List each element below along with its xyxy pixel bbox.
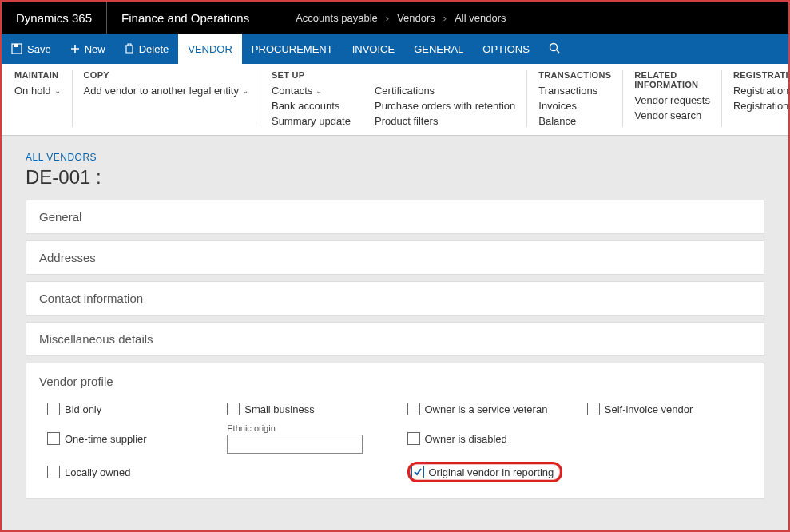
action-bar: Save New Delete VENDOR PROCUREMENT INVOI… — [2, 34, 788, 64]
registration-ids-link[interactable]: Registration IDs — [733, 85, 790, 97]
one-time-supplier-label: One-time supplier — [65, 433, 147, 445]
contacts-label: Contacts — [272, 85, 312, 97]
new-label: New — [85, 43, 105, 55]
breadcrumb-item[interactable]: Vendors — [397, 12, 435, 24]
ribbon-group-title: TRANSACTIONS — [538, 70, 611, 80]
owner-veteran-checkbox[interactable]: Owner is a service veteran — [407, 403, 571, 415]
ribbon-group-maintain: MAINTAIN On hold ⌄ — [14, 70, 72, 127]
chevron-right-icon: › — [443, 12, 447, 24]
save-button[interactable]: Save — [2, 34, 61, 64]
ethnic-origin-input[interactable] — [227, 435, 363, 454]
ethnic-origin-field: Ethnic origin — [227, 423, 391, 454]
ribbon-group-transactions: TRANSACTIONS Transactions Invoices Balan… — [526, 70, 622, 127]
transactions-link[interactable]: Transactions — [538, 85, 597, 97]
topbar: Dynamics 365 Finance and Operations Acco… — [2, 2, 788, 34]
checkbox-icon — [587, 403, 600, 415]
search-button[interactable] — [539, 34, 570, 64]
save-label: Save — [27, 43, 51, 55]
original-vendor-highlight: Original vendor in reporting — [407, 462, 571, 482]
trash-icon — [125, 43, 134, 54]
po-retention-link[interactable]: Purchase orders with retention — [375, 100, 515, 112]
save-icon — [11, 43, 22, 54]
vendor-profile-title[interactable]: Vendor profile — [39, 375, 751, 388]
chevron-down-icon: ⌄ — [316, 86, 322, 95]
ribbon-group-title: COPY — [84, 70, 248, 80]
small-business-checkbox[interactable]: Small business — [227, 403, 391, 415]
ribbon-group-title: SET UP — [272, 70, 515, 80]
summary-update-link[interactable]: Summary update — [272, 115, 351, 127]
owner-veteran-label: Owner is a service veteran — [425, 403, 548, 415]
locally-owned-checkbox[interactable]: Locally owned — [47, 462, 211, 482]
content-area: ALL VENDORS DE-001 : General Addresses C… — [2, 136, 788, 532]
new-button[interactable]: New — [61, 34, 115, 64]
tab-general[interactable]: GENERAL — [404, 34, 473, 64]
checkbox-checked-icon — [411, 466, 424, 478]
section-addresses[interactable]: Addresses — [26, 240, 764, 275]
plus-icon — [70, 44, 80, 54]
self-invoice-checkbox[interactable]: Self-invoice vendor — [587, 403, 751, 415]
section-vendor-profile: Vendor profile Bid only Small business O… — [26, 363, 764, 499]
bank-accounts-link[interactable]: Bank accounts — [272, 100, 351, 112]
ribbon-group-copy: COPY Add vendor to another legal entity … — [72, 70, 260, 127]
brand[interactable]: Dynamics 365 — [2, 2, 106, 34]
original-vendor-label: Original vendor in reporting — [429, 466, 554, 478]
add-vendor-entity-label: Add vendor to another legal entity — [84, 85, 239, 97]
product-filters-link[interactable]: Product filters — [375, 115, 515, 127]
locally-owned-label: Locally owned — [65, 466, 130, 478]
contacts-link[interactable]: Contacts ⌄ — [272, 85, 351, 97]
list-title[interactable]: ALL VENDORS — [26, 152, 764, 163]
checkbox-icon — [407, 403, 420, 415]
chevron-down-icon: ⌄ — [242, 86, 248, 95]
chevron-right-icon: › — [386, 12, 389, 24]
ribbon-group-related: RELATED INFORMATION Vendor requests Vend… — [622, 70, 721, 127]
ribbon: MAINTAIN On hold ⌄ COPY Add vendor to an… — [2, 64, 788, 136]
ribbon-group-title: MAINTAIN — [14, 70, 61, 80]
ribbon-group-title: REGISTRATION — [733, 70, 790, 80]
certifications-link[interactable]: Certifications — [375, 85, 515, 97]
checkbox-icon — [47, 432, 60, 445]
vendor-requests-link[interactable]: Vendor requests — [634, 94, 710, 106]
checkbox-icon — [47, 466, 60, 478]
module-title[interactable]: Finance and Operations — [107, 2, 264, 34]
bid-only-label: Bid only — [65, 403, 101, 415]
delete-label: Delete — [139, 43, 169, 55]
vendor-search-link[interactable]: Vendor search — [634, 109, 710, 121]
tab-invoice[interactable]: INVOICE — [343, 34, 404, 64]
section-general[interactable]: General — [26, 200, 764, 234]
section-misc[interactable]: Miscellaneous details — [26, 322, 764, 356]
tab-procurement[interactable]: PROCUREMENT — [242, 34, 343, 64]
bid-only-checkbox[interactable]: Bid only — [47, 403, 211, 415]
ethnic-origin-label: Ethnic origin — [227, 423, 391, 433]
svg-rect-1 — [14, 44, 18, 47]
original-vendor-checkbox[interactable]: Original vendor in reporting — [411, 466, 554, 478]
checkbox-icon — [407, 432, 420, 445]
owner-disabled-checkbox[interactable]: Owner is disabled — [407, 423, 571, 454]
breadcrumb-item[interactable]: Accounts payable — [296, 12, 378, 24]
ribbon-group-registration: REGISTRATION Registration IDs Registrati… — [721, 70, 790, 127]
page-title: DE-001 : — [26, 166, 764, 189]
ribbon-group-setup: SET UP Contacts ⌄ Bank accounts Summary … — [260, 70, 526, 127]
registration-id-search-link[interactable]: Registration ID search — [733, 100, 790, 112]
breadcrumb: Accounts payable › Vendors › All vendors — [264, 12, 506, 24]
delete-button[interactable]: Delete — [115, 34, 179, 64]
tab-options[interactable]: OPTIONS — [473, 34, 539, 64]
small-business-label: Small business — [244, 403, 314, 415]
ribbon-group-title: RELATED INFORMATION — [634, 70, 710, 89]
balance-link[interactable]: Balance — [538, 115, 597, 127]
svg-point-2 — [550, 43, 557, 50]
chevron-down-icon: ⌄ — [54, 86, 61, 95]
on-hold-link[interactable]: On hold ⌄ — [14, 85, 61, 97]
checkbox-icon — [47, 403, 60, 415]
owner-disabled-label: Owner is disabled — [425, 433, 507, 445]
checkbox-icon — [227, 403, 240, 415]
search-icon — [549, 42, 560, 56]
add-vendor-entity-link[interactable]: Add vendor to another legal entity ⌄ — [84, 85, 248, 97]
section-contact[interactable]: Contact information — [26, 281, 764, 316]
breadcrumb-item[interactable]: All vendors — [455, 12, 506, 24]
one-time-supplier-checkbox[interactable]: One-time supplier — [47, 423, 211, 454]
tab-vendor[interactable]: VENDOR — [178, 34, 242, 64]
invoices-link[interactable]: Invoices — [538, 100, 597, 112]
on-hold-label: On hold — [14, 85, 51, 97]
self-invoice-label: Self-invoice vendor — [605, 403, 693, 415]
